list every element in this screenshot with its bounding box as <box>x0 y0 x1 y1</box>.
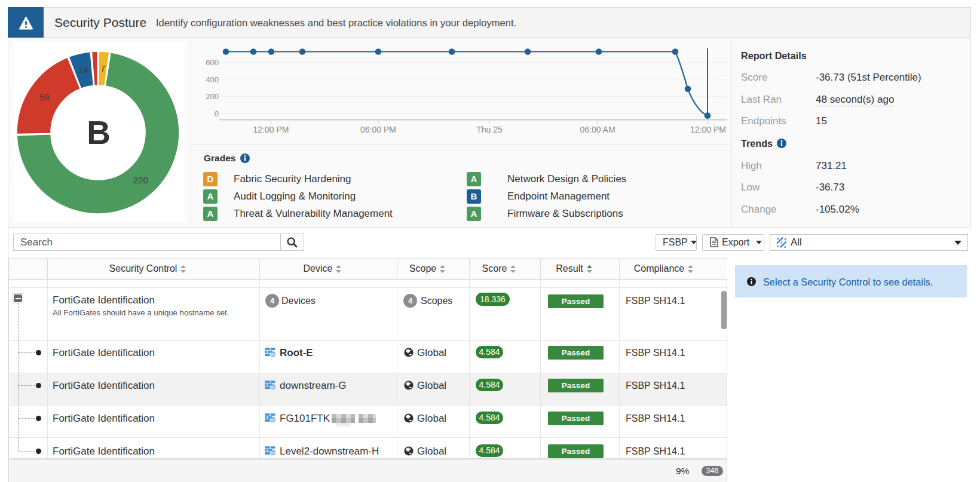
svg-text:600: 600 <box>206 58 219 67</box>
svg-text:59: 59 <box>39 92 50 102</box>
svg-text:14: 14 <box>78 65 88 75</box>
svg-text:Thu 25: Thu 25 <box>476 125 503 134</box>
svg-text:12:00 PM: 12:00 PM <box>253 125 289 134</box>
svg-text:200: 200 <box>206 92 219 101</box>
svg-text:220: 220 <box>133 175 148 185</box>
svg-text:400: 400 <box>206 75 219 84</box>
svg-text:7: 7 <box>100 63 105 73</box>
svg-text:06:00 PM: 06:00 PM <box>360 125 396 134</box>
svg-text:12:00 PM: 12:00 PM <box>690 125 726 134</box>
svg-text:0: 0 <box>215 109 219 118</box>
svg-text:06:00 AM: 06:00 AM <box>580 125 615 134</box>
